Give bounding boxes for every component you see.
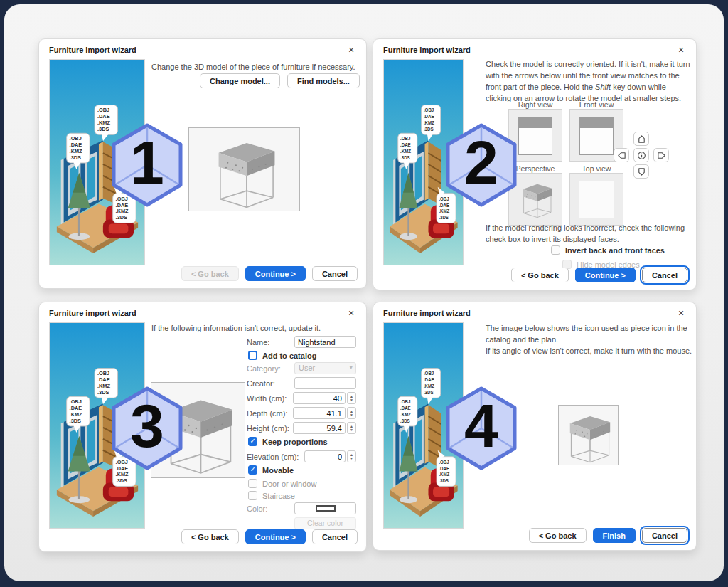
name-input[interactable] bbox=[294, 336, 356, 348]
rotate-up-button[interactable] bbox=[633, 132, 649, 146]
go-back-button[interactable]: < Go back bbox=[181, 529, 239, 544]
info-rotate-icon bbox=[637, 151, 646, 160]
cancel-button[interactable]: Cancel bbox=[642, 528, 687, 543]
svg-text:.DAE: .DAE bbox=[400, 406, 411, 411]
svg-text:.DAE: .DAE bbox=[70, 405, 82, 411]
cancel-button[interactable]: Cancel bbox=[642, 268, 687, 282]
svg-text:.OBJ: .OBJ bbox=[70, 398, 82, 405]
svg-text:.KMZ: .KMZ bbox=[97, 120, 111, 126]
door-or-window-label: Door or window bbox=[262, 480, 316, 488]
instruction-text: The image below shows the icon used as p… bbox=[486, 323, 699, 357]
elevation-input[interactable] bbox=[304, 450, 346, 462]
step-number: 3 bbox=[110, 391, 184, 461]
svg-text:.DAE: .DAE bbox=[424, 377, 434, 383]
continue-button[interactable]: Continue > bbox=[245, 266, 306, 281]
svg-text:.OBJ: .OBJ bbox=[424, 371, 434, 376]
rotate-reset-button[interactable] bbox=[633, 148, 649, 162]
door-or-window-checkbox[interactable] bbox=[248, 479, 257, 488]
svg-text:.DAE: .DAE bbox=[97, 113, 110, 120]
icon-preview[interactable] bbox=[558, 405, 619, 465]
find-models-button[interactable]: Find models... bbox=[287, 73, 360, 88]
svg-text:.OBJ: .OBJ bbox=[424, 107, 434, 113]
close-icon[interactable]: × bbox=[673, 305, 689, 321]
depth-input[interactable] bbox=[293, 407, 346, 419]
top-view[interactable] bbox=[569, 173, 623, 226]
step-number: 1 bbox=[110, 127, 184, 198]
rotate-down-icon bbox=[637, 167, 646, 176]
continue-button[interactable]: Continue > bbox=[575, 268, 636, 282]
svg-text:.KMZ: .KMZ bbox=[70, 411, 83, 418]
step-number: 4 bbox=[444, 391, 518, 461]
depth-stepper[interactable]: ▲▼ bbox=[347, 407, 356, 419]
close-icon[interactable]: × bbox=[343, 42, 359, 58]
dialog-title: Furniture import wizard bbox=[383, 46, 471, 54]
go-back-button[interactable]: < Go back bbox=[511, 268, 569, 282]
cancel-button[interactable]: Cancel bbox=[312, 529, 358, 544]
svg-text:.OBJ: .OBJ bbox=[97, 107, 109, 113]
svg-text:.OBJ: .OBJ bbox=[97, 370, 109, 376]
width-input[interactable] bbox=[293, 392, 346, 404]
elevation-label: Elevation (cm): bbox=[247, 453, 299, 461]
staircase-checkbox[interactable] bbox=[248, 491, 257, 500]
go-back-button[interactable]: < Go back bbox=[529, 528, 587, 543]
height-input[interactable] bbox=[293, 422, 346, 434]
instruction-text: If the following information isn't corre… bbox=[151, 323, 365, 334]
svg-text:.3DS: .3DS bbox=[439, 478, 449, 484]
staircase-label: Staircase bbox=[262, 492, 295, 500]
close-icon[interactable]: × bbox=[343, 305, 359, 321]
creator-label: Creator: bbox=[247, 379, 275, 388]
svg-text:.OBJ: .OBJ bbox=[400, 136, 411, 142]
model-preview[interactable] bbox=[188, 127, 300, 211]
svg-text:.3DS: .3DS bbox=[70, 418, 81, 424]
step-badge-2: 2 bbox=[444, 123, 518, 207]
creator-input[interactable] bbox=[294, 377, 356, 389]
add-to-catalog-checkbox[interactable] bbox=[248, 351, 257, 360]
close-icon[interactable]: × bbox=[673, 42, 689, 58]
chevron-down-icon: ▾ bbox=[349, 364, 353, 371]
go-back-button[interactable]: < Go back bbox=[181, 266, 239, 281]
svg-text:.KMZ: .KMZ bbox=[97, 383, 111, 389]
svg-text:.KMZ: .KMZ bbox=[116, 471, 129, 477]
svg-text:.KMZ: .KMZ bbox=[400, 412, 411, 418]
svg-text:.DAE: .DAE bbox=[400, 142, 411, 148]
change-model-button[interactable]: Change model... bbox=[200, 73, 280, 88]
instruction-text: Change the 3D model of the piece of furn… bbox=[151, 62, 365, 73]
svg-text:.3DS: .3DS bbox=[400, 154, 410, 160]
right-view-label: Right view bbox=[508, 100, 562, 109]
rotate-left-button[interactable] bbox=[614, 148, 629, 162]
clear-color-button[interactable]: Clear color bbox=[294, 517, 356, 529]
step-badge-4: 4 bbox=[444, 386, 518, 470]
movable-checkbox[interactable] bbox=[248, 465, 257, 475]
finish-button[interactable]: Finish bbox=[593, 528, 636, 543]
svg-text:.3DS: .3DS bbox=[116, 477, 127, 484]
height-label: Height (cm): bbox=[247, 424, 289, 433]
nightstand-model-preview bbox=[515, 176, 557, 219]
svg-text:.DAE: .DAE bbox=[97, 376, 110, 383]
rotate-right-icon bbox=[657, 151, 666, 160]
svg-text:.3DS: .3DS bbox=[424, 127, 434, 132]
color-button[interactable] bbox=[294, 502, 356, 514]
keep-proportions-label: Keep proportions bbox=[262, 438, 328, 446]
nightstand-model-preview bbox=[189, 128, 299, 211]
continue-button[interactable]: Continue > bbox=[245, 529, 306, 544]
height-stepper[interactable]: ▲▼ bbox=[347, 422, 356, 434]
dialog-title: Furniture import wizard bbox=[383, 309, 471, 317]
shift-key-word: Shift bbox=[595, 83, 611, 91]
cancel-button[interactable]: Cancel bbox=[312, 266, 358, 281]
keep-proportions-checkbox[interactable] bbox=[248, 437, 257, 446]
svg-text:.3DS: .3DS bbox=[97, 389, 109, 396]
instruction-text: Check the model is correctly oriented. I… bbox=[486, 59, 693, 105]
step-number: 2 bbox=[444, 127, 518, 198]
category-select[interactable]: User▾ bbox=[294, 362, 356, 374]
rotate-down-button[interactable] bbox=[633, 164, 649, 179]
svg-text:.3DS: .3DS bbox=[70, 154, 81, 161]
width-stepper[interactable]: ▲▼ bbox=[347, 392, 356, 404]
step-badge-3: 3 bbox=[110, 386, 184, 470]
invert-faces-label: Invert back and front faces bbox=[565, 246, 665, 255]
desktop-background: Furniture import wizard × bbox=[4, 4, 724, 581]
elevation-stepper[interactable]: ▲▼ bbox=[347, 450, 356, 462]
rotate-right-button[interactable] bbox=[653, 148, 669, 162]
svg-text:.KMZ: .KMZ bbox=[400, 149, 411, 154]
invert-faces-checkbox[interactable] bbox=[551, 245, 560, 255]
rotate-left-icon bbox=[617, 151, 626, 160]
